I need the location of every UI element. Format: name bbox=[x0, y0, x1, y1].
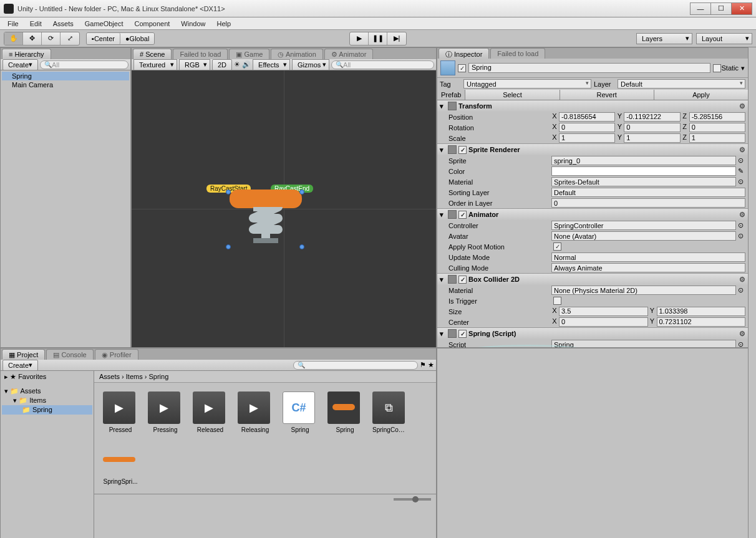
project-search[interactable]: 🔍 bbox=[293, 361, 418, 370]
trigger-checkbox[interactable] bbox=[553, 297, 561, 305]
menu-file[interactable]: File bbox=[2, 19, 24, 29]
audio-icon[interactable]: 🔊 bbox=[242, 60, 251, 69]
size-x[interactable]: 3.5 bbox=[559, 307, 648, 316]
tab-failed1[interactable]: Failed to load bbox=[173, 49, 228, 59]
tab-failed2[interactable]: Failed to load bbox=[490, 48, 545, 59]
hand-tool[interactable]: ✋ bbox=[4, 32, 23, 45]
sr-enable-checkbox[interactable] bbox=[458, 146, 467, 154]
selection-handle[interactable] bbox=[299, 244, 304, 249]
light-icon[interactable]: ☀ bbox=[234, 60, 240, 69]
pivot-center[interactable]: ▪ Center bbox=[87, 33, 120, 44]
gear-icon[interactable]: ⚙ bbox=[739, 211, 745, 219]
menu-assets[interactable]: Assets bbox=[48, 19, 79, 29]
selection-handle[interactable] bbox=[299, 190, 304, 195]
play-button[interactable]: ▶ bbox=[350, 32, 369, 45]
selection-handle[interactable] bbox=[226, 190, 231, 195]
controller-field[interactable]: SpringController bbox=[551, 221, 736, 230]
sprite-field[interactable]: spring_0 bbox=[551, 156, 736, 165]
static-dropdown-icon[interactable]: ▾ bbox=[741, 64, 745, 72]
active-checkbox[interactable] bbox=[458, 64, 466, 72]
tab-animator[interactable]: ⚙ Animator bbox=[324, 49, 373, 59]
updatemode-field[interactable]: Normal bbox=[551, 252, 745, 262]
pos-z[interactable]: -5.285156 bbox=[689, 112, 745, 122]
rot-x[interactable]: 0 bbox=[559, 123, 615, 132]
filter-icon[interactable]: ★ bbox=[428, 361, 434, 369]
layer-dropdown[interactable]: Default bbox=[618, 79, 745, 89]
anim-enable-checkbox[interactable] bbox=[458, 211, 467, 219]
menu-gameobject[interactable]: GameObject bbox=[80, 19, 128, 29]
gear-icon[interactable]: ⚙ bbox=[739, 146, 745, 154]
filter-icon[interactable]: ⚑ bbox=[420, 361, 426, 369]
pos-y[interactable]: -0.1192122 bbox=[624, 112, 680, 122]
tab-inspector[interactable]: ⓘ Inspector bbox=[439, 48, 489, 59]
gear-icon[interactable]: ⚙ bbox=[739, 330, 745, 338]
physmat-field[interactable]: None (Physics Material 2D) bbox=[551, 286, 736, 295]
scene-2d[interactable]: 2D bbox=[212, 59, 232, 70]
selection-handle[interactable] bbox=[226, 244, 231, 249]
asset-spring-script[interactable]: C#Spring bbox=[283, 391, 317, 433]
scene-effects[interactable]: Effects▾ bbox=[253, 59, 290, 70]
tab-project[interactable]: ▦ Project bbox=[2, 349, 45, 360]
gameobject-name-field[interactable]: Spring bbox=[468, 63, 710, 73]
menu-window[interactable]: Window bbox=[176, 19, 210, 29]
tab-scene[interactable]: # Scene bbox=[133, 49, 172, 59]
pause-button[interactable]: ❚❚ bbox=[369, 32, 387, 45]
rot-y[interactable]: 0 bbox=[624, 123, 680, 132]
prefab-select[interactable]: Select bbox=[465, 90, 559, 100]
material-field[interactable]: Sprites-Default bbox=[551, 177, 736, 186]
pivot-global[interactable]: ● Global bbox=[120, 33, 154, 44]
scl-z[interactable]: 1 bbox=[689, 133, 745, 143]
tab-game[interactable]: ▣ Game bbox=[229, 49, 269, 59]
hierarchy-item-camera[interactable]: Main Camera bbox=[2, 80, 129, 89]
asset-spring-prefab[interactable]: Spring bbox=[327, 391, 362, 433]
scene-gizmos[interactable]: Gizmos▾ bbox=[292, 59, 329, 70]
asset-springsprite[interactable]: SpringSpri... bbox=[103, 443, 138, 485]
favorites-folder[interactable]: ▸ ★ Favorites bbox=[2, 372, 92, 382]
asset-released[interactable]: ▶Released bbox=[193, 391, 228, 433]
static-checkbox[interactable] bbox=[713, 64, 721, 72]
project-breadcrumb[interactable]: Assets › Items › Spring bbox=[94, 371, 436, 383]
tab-hierarchy[interactable]: ≡ Hierarchy bbox=[2, 49, 51, 59]
asset-springcontroller[interactable]: ⧉SpringCont... bbox=[372, 391, 407, 433]
gameobject-icon[interactable] bbox=[440, 60, 455, 75]
prefab-apply[interactable]: Apply bbox=[654, 90, 748, 100]
menu-component[interactable]: Component bbox=[129, 19, 175, 29]
cullmode-field[interactable]: Always Animate bbox=[551, 263, 745, 272]
step-button[interactable]: ▶| bbox=[387, 32, 406, 45]
rot-z[interactable]: 0 bbox=[689, 123, 745, 132]
close-button[interactable]: ✕ bbox=[731, 2, 752, 15]
rootmotion-checkbox[interactable] bbox=[553, 243, 561, 251]
maximize-button[interactable]: ☐ bbox=[710, 2, 732, 15]
menu-help[interactable]: Help bbox=[211, 19, 236, 29]
asset-pressed[interactable]: ▶Pressed bbox=[103, 391, 138, 433]
tag-dropdown[interactable]: Untagged bbox=[463, 79, 591, 89]
order-field[interactable]: 0 bbox=[551, 198, 745, 208]
center-x[interactable]: 0 bbox=[559, 317, 648, 327]
scl-x[interactable]: 1 bbox=[559, 133, 615, 143]
tab-console[interactable]: ▤ Console bbox=[46, 349, 93, 360]
grid-size-slider[interactable] bbox=[94, 494, 436, 504]
assets-folder[interactable]: ▾ 📁 Assets bbox=[2, 387, 92, 396]
box-enable-checkbox[interactable] bbox=[458, 276, 467, 284]
menu-edit[interactable]: Edit bbox=[25, 19, 47, 29]
items-folder[interactable]: ▾ 📁 Items bbox=[2, 396, 92, 405]
spring-folder[interactable]: 📁 Spring bbox=[2, 405, 92, 415]
scale-tool[interactable]: ⤢ bbox=[61, 32, 79, 45]
move-tool[interactable]: ✥ bbox=[23, 32, 42, 45]
scene-search[interactable]: 🔍All bbox=[331, 60, 434, 69]
hierarchy-item-spring[interactable]: Spring bbox=[2, 72, 129, 80]
prefab-revert[interactable]: Revert bbox=[560, 90, 654, 100]
gear-icon[interactable]: ⚙ bbox=[739, 102, 745, 110]
avatar-field[interactable]: None (Avatar) bbox=[551, 231, 736, 241]
spring-enable-checkbox[interactable] bbox=[458, 330, 467, 338]
layout-dropdown[interactable]: Layout▾ bbox=[696, 33, 752, 44]
sortlayer-field[interactable]: Default bbox=[551, 188, 745, 197]
scene-viewport[interactable]: RayCastStart RayCastEnd ☁ bbox=[132, 70, 436, 347]
minimize-button[interactable]: — bbox=[690, 2, 711, 15]
spring-gameobject[interactable]: ☁ bbox=[228, 186, 303, 248]
tab-profiler[interactable]: ◉ Profiler bbox=[95, 349, 138, 360]
hierarchy-create[interactable]: Create ▾ bbox=[2, 59, 38, 70]
eyedropper-icon[interactable]: ✎ bbox=[736, 167, 745, 175]
asset-pressing[interactable]: ▶Pressing bbox=[148, 391, 183, 433]
pos-x[interactable]: -0.8185654 bbox=[559, 112, 615, 122]
